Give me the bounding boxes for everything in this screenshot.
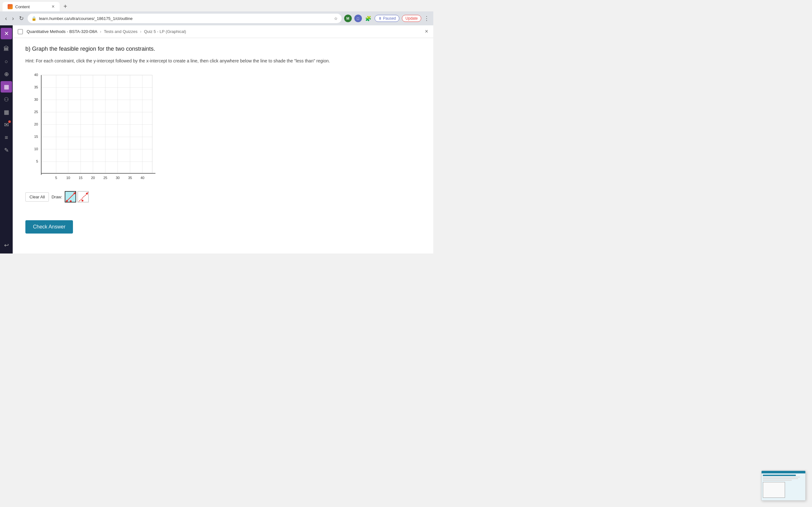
quiz-content: b) Graph the feasible region for the two… <box>13 38 433 253</box>
svg-text:5: 5 <box>55 176 57 180</box>
graph-svg[interactable]: 40 35 30 25 20 15 10 5 5 10 15 20 25 30 … <box>26 72 159 186</box>
breadcrumb-sep-2: › <box>140 29 142 34</box>
breadcrumb-course[interactable]: Quantitative Methods - BSTA-320-D8A <box>27 29 97 34</box>
sidebar-item-people[interactable]: ⚇ <box>1 94 12 105</box>
svg-text:15: 15 <box>79 176 83 180</box>
forward-button[interactable]: › <box>11 14 15 23</box>
toolbar: ‹ › ↻ 🔒 learn.humber.ca/ultra/courses/_1… <box>0 11 433 25</box>
tab-title: Content <box>15 4 30 9</box>
svg-point-41 <box>73 192 75 194</box>
sidebar-item-institution[interactable]: 🏛 <box>1 43 12 55</box>
sidebar-close-btn[interactable]: ✕ <box>1 28 12 39</box>
messages-badge <box>8 120 11 123</box>
new-tab-button[interactable]: + <box>61 3 70 10</box>
paused-button[interactable]: ⏸ Paused <box>374 15 400 22</box>
check-answer-button[interactable]: Check Answer <box>26 220 73 233</box>
svg-point-45 <box>86 193 88 194</box>
extension-icon: ◻ <box>354 14 362 22</box>
sidebar-item-reports[interactable]: ≡ <box>1 132 12 143</box>
breadcrumb-checkbox[interactable] <box>18 29 23 34</box>
reload-button[interactable]: ↻ <box>18 14 25 23</box>
sidebar-item-profile[interactable]: ○ <box>1 56 12 67</box>
draw-option-1[interactable] <box>65 191 76 203</box>
svg-text:40: 40 <box>34 73 38 77</box>
people-icon: ⚇ <box>4 96 9 103</box>
sidebar-item-content[interactable]: ▦ <box>1 81 12 93</box>
hint-text: Hint: For each constraint, click the y-i… <box>26 57 420 64</box>
browser-chrome: Content × + ‹ › ↻ 🔒 learn.humber.ca/ultr… <box>0 0 433 25</box>
question-label: b) Graph the feasible region for the two… <box>26 46 420 52</box>
svg-text:30: 30 <box>116 176 119 180</box>
sidebar-item-messages[interactable]: ✉ <box>1 119 12 130</box>
svg-text:20: 20 <box>91 176 95 180</box>
breadcrumb-section[interactable]: Tests and Quizzes <box>104 29 137 34</box>
avatar-m: M <box>344 14 352 22</box>
svg-point-40 <box>66 200 68 202</box>
active-tab[interactable]: Content × <box>3 2 60 11</box>
back-button[interactable]: ‹ <box>4 14 8 23</box>
address-bar[interactable]: 🔒 learn.humber.ca/ultra/courses/_186175_… <box>28 14 342 23</box>
messages-icon: ✉ <box>4 121 9 128</box>
svg-point-42 <box>70 200 72 202</box>
svg-point-46 <box>82 200 84 202</box>
svg-text:25: 25 <box>103 176 107 180</box>
sidebar-item-calendar[interactable]: ▦ <box>1 107 12 118</box>
institution-icon: 🏛 <box>3 46 9 52</box>
svg-text:35: 35 <box>128 176 132 180</box>
draw-label: Draw: <box>51 194 62 199</box>
toolbar-icons: M ◻ 🧩 ⏸ Paused Update ⋮ <box>344 14 429 22</box>
tab-bar: Content × + <box>0 0 433 11</box>
clear-all-button[interactable]: Clear All <box>26 192 49 202</box>
graph-controls: Clear All Draw: <box>26 191 420 203</box>
tab-favicon <box>8 4 13 9</box>
breadcrumb-sep-1: › <box>100 29 101 34</box>
svg-text:5: 5 <box>36 159 38 163</box>
reports-icon: ≡ <box>5 134 8 141</box>
content-icon: ▦ <box>4 83 9 90</box>
svg-text:20: 20 <box>34 122 38 126</box>
sidebar-item-global[interactable]: ⊕ <box>1 68 12 80</box>
globe-icon: ⊕ <box>4 71 9 78</box>
svg-text:10: 10 <box>34 147 38 151</box>
breadcrumb-quiz[interactable]: Quiz 5 - LP (Graphical) <box>144 29 186 34</box>
profile-icon: ○ <box>5 58 8 65</box>
chrome-menu-icon[interactable]: ⋮ <box>424 15 429 22</box>
svg-text:30: 30 <box>34 98 38 101</box>
breadcrumb-close-icon[interactable]: × <box>425 28 428 35</box>
sidebar-item-grades[interactable]: ✎ <box>1 145 12 156</box>
check-answer-container: Check Answer <box>26 215 420 233</box>
draw-option-2[interactable] <box>78 191 89 203</box>
url-text: learn.humber.ca/ultra/courses/_186175_1/… <box>39 16 332 21</box>
back-icon: ↩ <box>4 242 9 249</box>
update-button[interactable]: Update <box>402 15 421 22</box>
lock-icon: 🔒 <box>32 16 37 21</box>
grades-icon: ✎ <box>4 147 9 154</box>
paused-icon: ⏸ <box>378 16 382 20</box>
bookmark-icon[interactable]: ☆ <box>334 16 338 21</box>
extensions-icon[interactable]: 🧩 <box>364 14 372 22</box>
breadcrumb-nav: Quantitative Methods - BSTA-320-D8A › Te… <box>13 25 433 38</box>
svg-text:35: 35 <box>34 85 38 89</box>
paused-label: Paused <box>383 16 396 20</box>
svg-text:15: 15 <box>34 135 38 138</box>
svg-text:40: 40 <box>141 176 144 180</box>
graph-container: 40 35 30 25 20 15 10 5 5 10 15 20 25 30 … <box>26 72 159 186</box>
svg-rect-0 <box>41 75 152 173</box>
svg-text:25: 25 <box>34 110 38 114</box>
sidebar: ✕ 🏛 ○ ⊕ ▦ ⚇ ▦ ✉ ≡ ✎ ↩ <box>0 25 13 253</box>
main-layout: ✕ 🏛 ○ ⊕ ▦ ⚇ ▦ ✉ ≡ ✎ ↩ <box>0 25 433 253</box>
calendar-icon: ▦ <box>4 109 9 116</box>
sidebar-item-back[interactable]: ↩ <box>1 239 12 251</box>
content-area: Quantitative Methods - BSTA-320-D8A › Te… <box>13 25 433 253</box>
svg-text:10: 10 <box>66 176 70 180</box>
tab-close-icon[interactable]: × <box>52 4 55 9</box>
